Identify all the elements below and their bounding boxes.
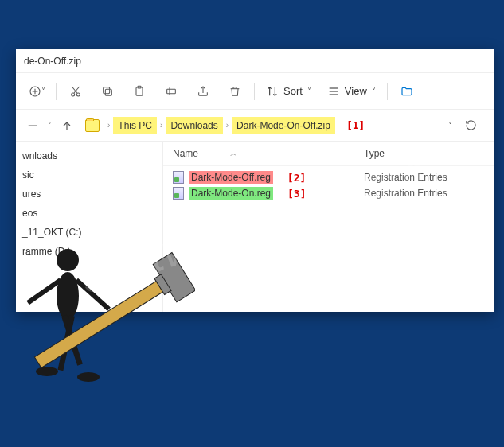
separator — [387, 83, 388, 100]
separator — [56, 83, 57, 100]
folder-icon — [85, 119, 100, 132]
sidebar-item[interactable]: sic — [16, 165, 162, 185]
sort-indicator-icon: ︿ — [230, 149, 237, 159]
reg-file-icon — [173, 171, 184, 184]
view-label: View — [345, 85, 367, 97]
refresh-button[interactable] — [459, 114, 483, 138]
svg-rect-11 — [167, 89, 176, 93]
svg-rect-8 — [104, 87, 110, 93]
share-button[interactable] — [187, 77, 219, 106]
paste-button[interactable] — [123, 77, 155, 106]
sidebar-item[interactable]: wnloads — [16, 146, 162, 165]
svg-rect-7 — [105, 89, 111, 95]
svg-point-4 — [76, 93, 80, 96]
sidebar-item[interactable]: ures — [16, 185, 162, 204]
chevron-down-icon: ˅ — [307, 87, 311, 95]
file-row[interactable]: Dark-Mode-On.reg [3] Registration Entrie… — [163, 185, 494, 201]
sidebar-item[interactable]: _11_OKT (C:) — [16, 223, 162, 242]
cut-button[interactable] — [60, 77, 92, 106]
chevron-down-icon[interactable]: ˅ — [48, 121, 52, 130]
reg-file-icon — [173, 187, 184, 200]
body-area: wnloads sic ures eos _11_OKT (C:) ramme … — [16, 142, 494, 312]
crumb-this-pc[interactable]: This PC — [113, 117, 157, 134]
svg-rect-18 — [61, 315, 83, 366]
chevron-down-icon[interactable]: ˅ — [448, 121, 452, 130]
up-button[interactable] — [55, 114, 79, 138]
annotation-3: [3] — [278, 188, 306, 200]
sort-label: Sort — [283, 85, 303, 97]
separator — [254, 83, 255, 100]
chevron-right-icon: › — [158, 121, 164, 130]
addressbar: ˅ › This PC › Downloads › Dark-Mode-On-O… — [16, 110, 494, 142]
titlebar[interactable]: de-On-Off.zip — [16, 49, 494, 73]
crumb-downloads[interactable]: Downloads — [166, 117, 222, 134]
sidebar: wnloads sic ures eos _11_OKT (C:) ramme … — [16, 142, 163, 312]
svg-point-21 — [77, 372, 100, 382]
more-button[interactable] — [391, 77, 423, 106]
file-type: Registration Entries — [364, 172, 484, 183]
annotation-1: [1] — [337, 119, 365, 131]
view-button[interactable]: View ˅ — [319, 77, 384, 106]
annotation-2: [2] — [278, 172, 306, 184]
file-name: Dark-Mode-On.reg — [189, 187, 273, 200]
delete-button[interactable] — [219, 77, 251, 106]
file-type: Registration Entries — [364, 188, 484, 199]
sort-button[interactable]: Sort ˅ — [258, 77, 319, 106]
chevron-down-icon: ˅ — [372, 87, 376, 95]
toolbar: ˅ Sort ˅ View ˅ — [16, 73, 494, 110]
col-name-header[interactable]: Name — [173, 148, 198, 159]
file-name: Dark-Mode-Off.reg — [189, 171, 273, 184]
copy-button[interactable] — [92, 77, 123, 106]
svg-point-20 — [36, 367, 58, 376]
explorer-window: de-On-Off.zip ˅ Sort ˅ — [16, 49, 494, 312]
sidebar-item[interactable]: ramme (D:) — [16, 242, 162, 261]
col-type-header[interactable]: Type — [364, 148, 484, 159]
svg-rect-19 — [58, 315, 75, 371]
file-list: Dark-Mode-Off.reg [2] Registration Entri… — [163, 166, 494, 201]
chevron-right-icon: › — [106, 121, 111, 130]
new-button[interactable]: ˅ — [21, 77, 53, 106]
breadcrumb[interactable]: › This PC › Downloads › Dark-Mode-On-Off… — [82, 114, 439, 138]
sidebar-item[interactable]: eos — [16, 204, 162, 223]
crumb-archive[interactable]: Dark-Mode-On-Off.zip — [232, 117, 335, 134]
rename-button[interactable] — [155, 77, 187, 106]
back-button[interactable] — [21, 114, 45, 138]
column-headers[interactable]: Name ︿ Type — [163, 142, 494, 166]
file-row[interactable]: Dark-Mode-Off.reg [2] Registration Entri… — [163, 169, 494, 185]
file-area: Name ︿ Type Dark-Mode-Off.reg [2] Regist… — [163, 142, 494, 312]
svg-point-3 — [72, 93, 75, 96]
chevron-right-icon: › — [225, 121, 230, 130]
window-title: de-On-Off.zip — [24, 56, 81, 67]
